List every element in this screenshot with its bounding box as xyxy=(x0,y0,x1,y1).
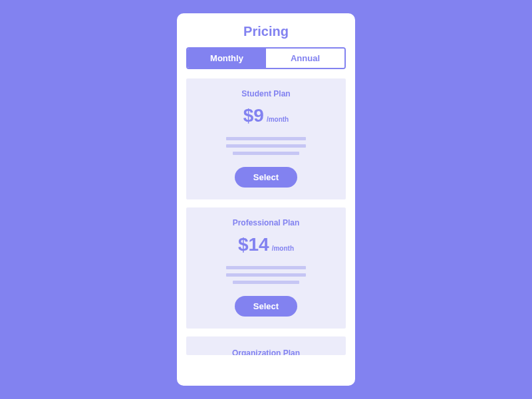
placeholder-line xyxy=(233,152,299,155)
placeholder-line xyxy=(226,266,306,269)
plan-card-professional: Professional Plan $14 /month Select xyxy=(186,207,346,329)
plan-feature-placeholder xyxy=(200,137,332,155)
plan-feature-placeholder xyxy=(200,266,332,284)
pricing-panel: Pricing Monthly Annual Student Plan $9 /… xyxy=(177,13,355,386)
billing-toggle: Monthly Annual xyxy=(186,47,346,69)
toggle-monthly[interactable]: Monthly xyxy=(188,49,266,68)
select-button-student[interactable]: Select xyxy=(235,167,297,188)
placeholder-line xyxy=(226,144,306,148)
plan-price-row: $14 /month xyxy=(200,234,332,255)
placeholder-line xyxy=(226,273,306,277)
plan-name: Organization Plan xyxy=(200,348,332,355)
page-title: Pricing xyxy=(186,24,346,39)
plan-card-student: Student Plan $9 /month Select xyxy=(186,78,346,200)
toggle-annual[interactable]: Annual xyxy=(266,49,344,68)
placeholder-line xyxy=(233,281,299,284)
plan-period: /month xyxy=(272,245,294,252)
placeholder-line xyxy=(226,137,306,140)
plan-name: Student Plan xyxy=(200,89,332,98)
plan-name: Professional Plan xyxy=(200,218,332,227)
plan-price: $14 xyxy=(238,234,269,255)
plan-list: Student Plan $9 /month Select Profession… xyxy=(186,78,346,355)
plan-price-row: $9 /month xyxy=(200,105,332,126)
plan-period: /month xyxy=(267,116,289,123)
select-button-professional[interactable]: Select xyxy=(235,296,297,317)
plan-card-organization: Organization Plan xyxy=(186,336,346,355)
plan-price: $9 xyxy=(243,105,264,126)
